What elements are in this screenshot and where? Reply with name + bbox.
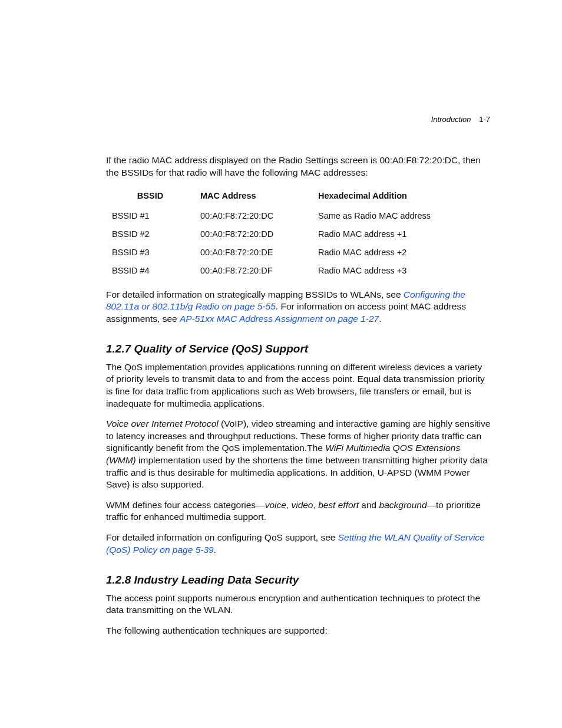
heading-qos: 1.2.7 Quality of Service (QoS) Support: [106, 341, 491, 356]
mapping-paragraph: For detailed information on strategicall…: [106, 289, 491, 325]
text: ,: [313, 500, 319, 510]
table-row: BSSID #2 00:A0:F8:72:20:DD Radio MAC add…: [106, 225, 491, 243]
qos-paragraph-2: Voice over Internet Protocol (VoIP), vid…: [106, 418, 491, 491]
page-number: 1-7: [479, 115, 490, 124]
cell-mac: 00:A0:F8:72:20:DF: [194, 262, 312, 280]
cell-hex: Radio MAC address +2: [312, 243, 491, 262]
col-bssid: BSSID: [106, 187, 194, 206]
bssid-table: BSSID MAC Address Hexadecimal Addition B…: [106, 187, 491, 280]
cell-bssid: BSSID #4: [106, 262, 194, 280]
page-body: If the radio MAC address displayed on th…: [106, 154, 491, 637]
cell-mac: 00:A0:F8:72:20:DE: [194, 243, 312, 262]
heading-data-security: 1.2.8 Industry Leading Data Security: [106, 572, 491, 587]
cell-hex: Radio MAC address +1: [312, 225, 491, 243]
cell-bssid: BSSID #3: [106, 243, 194, 262]
text: implementation used by the shortens the …: [106, 455, 488, 489]
cell-mac: 00:A0:F8:72:20:DD: [194, 225, 312, 243]
cell-hex: Radio MAC address +3: [312, 262, 491, 280]
cell-bssid: BSSID #1: [106, 207, 194, 225]
em-best-effort: best effort: [318, 500, 359, 510]
security-paragraph-2: The following authentication techniques …: [106, 625, 491, 637]
intro-paragraph: If the radio MAC address displayed on th…: [106, 154, 491, 179]
chapter-name: Introduction: [431, 115, 471, 124]
em-video: video: [291, 500, 313, 510]
cell-hex: Same as Radio MAC address: [312, 207, 491, 225]
link-mac-assignment[interactable]: AP-51xx MAC Address Assignment on page 1…: [180, 314, 379, 324]
col-mac: MAC Address: [194, 187, 312, 206]
text: WMM defines four access categories—: [106, 500, 265, 510]
page: Introduction 1-7 If the radio MAC addres…: [0, 0, 562, 728]
table-row: BSSID #1 00:A0:F8:72:20:DC Same as Radio…: [106, 207, 491, 225]
text: .: [214, 545, 216, 555]
security-paragraph-1: The access point supports numerous encry…: [106, 592, 491, 617]
table-row: BSSID #4 00:A0:F8:72:20:DF Radio MAC add…: [106, 262, 491, 280]
running-header: Introduction 1-7: [431, 115, 490, 124]
qos-paragraph-4: For detailed information on configuring …: [106, 532, 491, 556]
table-row: BSSID #3 00:A0:F8:72:20:DE Radio MAC add…: [106, 243, 491, 262]
cell-mac: 00:A0:F8:72:20:DC: [194, 207, 312, 225]
em-voip: Voice over Internet Protocol: [106, 419, 219, 429]
text: For detailed information on strategicall…: [106, 289, 404, 299]
table-header-row: BSSID MAC Address Hexadecimal Addition: [106, 187, 491, 206]
text: .: [379, 314, 381, 324]
cell-bssid: BSSID #2: [106, 225, 194, 243]
qos-paragraph-3: WMM defines four access categories—voice…: [106, 499, 491, 523]
em-background: background: [379, 500, 427, 510]
text: and: [359, 500, 379, 510]
text: For detailed information on configuring …: [106, 532, 338, 542]
em-voice: voice: [265, 500, 286, 510]
qos-paragraph-1: The QoS implementation provides applicat…: [106, 361, 491, 410]
col-hex: Hexadecimal Addition: [312, 187, 491, 206]
